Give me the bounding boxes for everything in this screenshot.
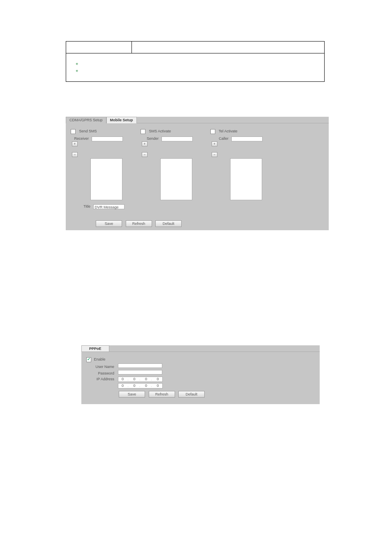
username-input[interactable] bbox=[118, 363, 162, 368]
default-button[interactable]: Default bbox=[155, 220, 182, 227]
mobile-button-row: Save Refresh Default bbox=[95, 220, 183, 227]
add-button[interactable]: + bbox=[212, 141, 217, 146]
ip-address-2[interactable]: 0. 0. 0. 0 bbox=[118, 383, 163, 388]
enable-checkbox[interactable] bbox=[86, 357, 91, 362]
ip-address-1[interactable]: 0. 0. 0. 0 bbox=[118, 377, 163, 382]
tel-activate-label: Tel Activate bbox=[219, 129, 238, 133]
remove-button[interactable]: − bbox=[212, 152, 217, 157]
title-input[interactable]: DVR Message bbox=[93, 204, 125, 209]
caller-label: Caller bbox=[210, 136, 228, 141]
sender-label: Sender bbox=[141, 136, 159, 141]
diamond-icon: ✦ bbox=[73, 62, 81, 66]
sms-activate-checkbox[interactable] bbox=[141, 129, 145, 134]
send-sms-label: Send SMS bbox=[79, 129, 97, 133]
tab-mobile-setup[interactable]: Mobile Setup bbox=[106, 117, 137, 123]
mobile-setup-panel: CDMA/GPRS Setup Mobile Setup Send SMS Re… bbox=[66, 117, 329, 230]
diamond-icon: ✦ bbox=[73, 69, 81, 73]
title-label: Title bbox=[74, 204, 90, 208]
group-sms-activate: SMS Activate Sender + − bbox=[141, 129, 198, 201]
refresh-button[interactable]: Refresh bbox=[149, 391, 175, 398]
receiver-list[interactable] bbox=[90, 158, 122, 200]
sender-list[interactable] bbox=[160, 158, 192, 200]
remove-button[interactable]: − bbox=[142, 152, 148, 157]
pppoe-button-row: Save Refresh Default bbox=[118, 391, 315, 398]
parameter-table: ✦ ✦ bbox=[66, 41, 325, 82]
send-sms-checkbox[interactable] bbox=[71, 129, 76, 134]
save-button[interactable]: Save bbox=[96, 220, 122, 227]
param-desc-cell bbox=[132, 42, 325, 53]
default-button[interactable]: Default bbox=[178, 391, 205, 398]
sender-input[interactable] bbox=[161, 136, 193, 141]
add-button[interactable]: + bbox=[72, 141, 78, 146]
username-label: User Name bbox=[86, 365, 114, 369]
receiver-label: Receiver bbox=[71, 136, 89, 141]
save-button[interactable]: Save bbox=[119, 391, 145, 398]
receiver-input[interactable] bbox=[92, 136, 123, 141]
group-send-sms: Send SMS Receiver + − Title DVR Message bbox=[71, 129, 128, 209]
remove-button[interactable]: − bbox=[72, 152, 78, 157]
tab-pppoe[interactable]: PPPoE bbox=[81, 345, 109, 352]
param-name-cell bbox=[66, 42, 132, 53]
refresh-button[interactable]: Refresh bbox=[126, 220, 152, 227]
enable-label: Enable bbox=[94, 357, 106, 361]
sms-activate-label: SMS Activate bbox=[149, 129, 171, 133]
caller-input[interactable] bbox=[231, 136, 263, 141]
pppoe-panel: PPPoE Enable User Name Password IP Addre… bbox=[81, 345, 320, 404]
ip-label: IP Address bbox=[86, 377, 114, 381]
password-label: Password bbox=[86, 371, 114, 375]
password-input[interactable] bbox=[118, 370, 162, 375]
notes-cell: ✦ ✦ bbox=[66, 53, 325, 82]
tel-activate-checkbox[interactable] bbox=[210, 129, 215, 134]
caller-list[interactable] bbox=[230, 158, 262, 200]
add-button[interactable]: + bbox=[142, 141, 148, 146]
group-tel-activate: Tel Activate Caller + − bbox=[210, 129, 268, 201]
tab-cdma-gprs[interactable]: CDMA/GPRS Setup bbox=[66, 117, 106, 123]
